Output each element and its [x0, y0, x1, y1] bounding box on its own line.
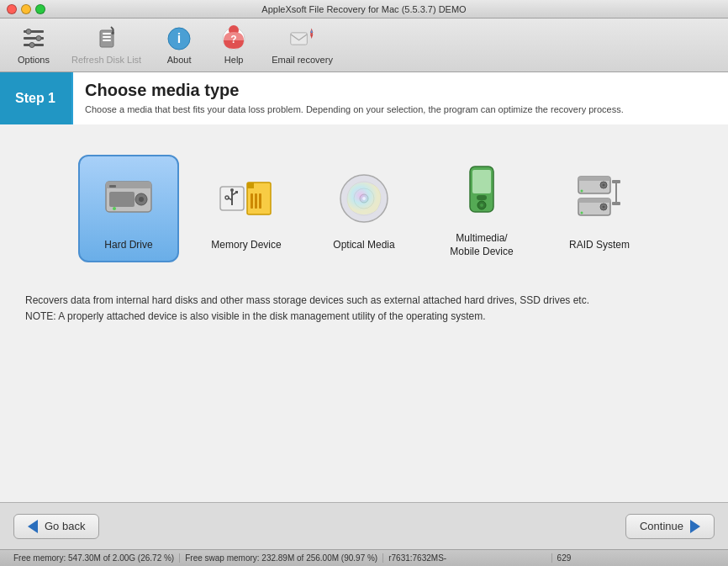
minimize-button[interactable] — [21, 4, 31, 14]
svg-rect-50 — [578, 177, 610, 181]
svg-rect-38 — [259, 193, 261, 209]
multimedia-icon — [448, 158, 515, 225]
toolbar-options[interactable]: Options — [8, 22, 59, 68]
svg-rect-59 — [612, 180, 620, 183]
refresh-icon — [93, 25, 120, 52]
close-button[interactable] — [7, 4, 17, 14]
toolbar-email[interactable]: Email recovery — [263, 22, 341, 68]
bottom-navigation: Go back Continue — [0, 502, 728, 549]
window-title: AppleXsoft File Recovery for Mac (5.5.3.… — [261, 4, 466, 14]
raid-icon — [566, 165, 633, 232]
media-optical[interactable]: Optical Media — [314, 156, 414, 261]
svg-rect-31 — [235, 191, 238, 193]
step-content: Choose media type Choose a media that be… — [71, 72, 728, 124]
step-description: Choose a media that best fits your data … — [85, 103, 716, 116]
media-raid[interactable]: RAID System — [549, 156, 650, 261]
media-hard-drive[interactable]: Hard Drive — [78, 155, 179, 262]
svg-rect-60 — [612, 202, 620, 205]
help-icon: ? — [220, 25, 247, 52]
window-controls[interactable] — [7, 4, 45, 14]
device-id-status: r7631:7632MS- — [383, 553, 551, 563]
maximize-button[interactable] — [35, 4, 45, 14]
continue-arrow-icon — [690, 520, 700, 533]
options-label: Options — [18, 55, 50, 65]
memory-device-label: Memory Device — [211, 239, 281, 252]
optical-media-icon — [330, 165, 398, 232]
step-title: Choose media type — [85, 81, 716, 100]
email-icon — [289, 25, 316, 52]
svg-rect-55 — [578, 198, 610, 203]
code-status: 629 — [552, 553, 720, 563]
titlebar: AppleXsoft File Recovery for Mac (5.5.3.… — [0, 0, 728, 19]
toolbar-refresh[interactable]: Refresh Disk List — [63, 22, 150, 68]
svg-rect-37 — [255, 193, 257, 209]
toolbar: Options Refresh Disk List i About — [0, 19, 728, 72]
svg-rect-9 — [103, 40, 111, 41]
help-label: Help — [224, 55, 244, 65]
multimedia-label: Multimedia/Mobile Device — [450, 232, 513, 258]
svg-point-25 — [113, 207, 116, 210]
toolbar-help[interactable]: ? Help — [208, 22, 259, 68]
svg-rect-36 — [251, 193, 253, 209]
optical-media-label: Optical Media — [333, 239, 394, 252]
svg-point-4 — [36, 36, 41, 41]
svg-point-29 — [230, 188, 234, 192]
free-memory-status: Free memory: 547.30M of 2.00G (26.72 %) — [8, 553, 180, 563]
statusbar: Free memory: 547.30M of 2.00G (26.72 %) … — [0, 549, 728, 566]
free-swap-status: Free swap memory: 232.89M of 256.00M (90… — [180, 553, 383, 563]
svg-marker-35 — [247, 182, 254, 188]
about-label: About — [167, 55, 192, 65]
svg-point-57 — [603, 206, 605, 209]
svg-rect-7 — [103, 33, 111, 34]
email-label: Email recovery — [272, 55, 333, 65]
svg-point-47 — [480, 204, 483, 207]
description-line2: NOTE: A properly attached device is also… — [25, 309, 703, 325]
svg-point-52 — [603, 184, 605, 187]
media-multimedia[interactable]: Multimedia/Mobile Device — [431, 150, 532, 267]
hard-drive-label: Hard Drive — [104, 239, 152, 252]
back-arrow-icon — [28, 520, 38, 533]
svg-text:i: i — [177, 31, 181, 45]
options-icon — [20, 25, 47, 52]
raid-label: RAID System — [569, 239, 630, 252]
svg-rect-45 — [472, 170, 491, 193]
svg-rect-48 — [477, 195, 487, 200]
refresh-label: Refresh Disk List — [71, 55, 141, 65]
svg-rect-8 — [103, 36, 111, 38]
svg-point-24 — [139, 197, 144, 202]
main-area: Hard Drive — [0, 124, 728, 502]
svg-rect-26 — [109, 185, 116, 188]
media-options-container: Hard Drive — [0, 124, 728, 283]
continue-button[interactable]: Continue — [625, 514, 715, 539]
svg-point-53 — [581, 190, 583, 193]
media-memory-device[interactable]: Memory Device — [196, 156, 297, 261]
description-area: Recovers data from internal hard disks a… — [0, 284, 728, 341]
svg-text:?: ? — [230, 34, 236, 45]
memory-device-icon — [213, 165, 280, 232]
svg-rect-22 — [109, 192, 135, 207]
svg-rect-18 — [310, 33, 313, 34]
step-badge: Step 1 — [0, 72, 71, 124]
svg-marker-17 — [309, 34, 313, 39]
about-icon: i — [166, 25, 193, 52]
svg-point-58 — [581, 212, 583, 214]
continue-label: Continue — [640, 520, 683, 532]
svg-rect-15 — [290, 33, 307, 45]
description-line1: Recovers data from internal hard disks a… — [25, 293, 703, 309]
step-header: Step 1 Choose media type Choose a media … — [0, 72, 728, 124]
back-label: Go back — [45, 520, 85, 532]
back-button[interactable]: Go back — [13, 514, 99, 539]
toolbar-about[interactable]: i About — [154, 22, 204, 68]
svg-point-5 — [29, 43, 34, 48]
hard-drive-icon — [95, 165, 162, 232]
svg-point-3 — [26, 29, 31, 34]
